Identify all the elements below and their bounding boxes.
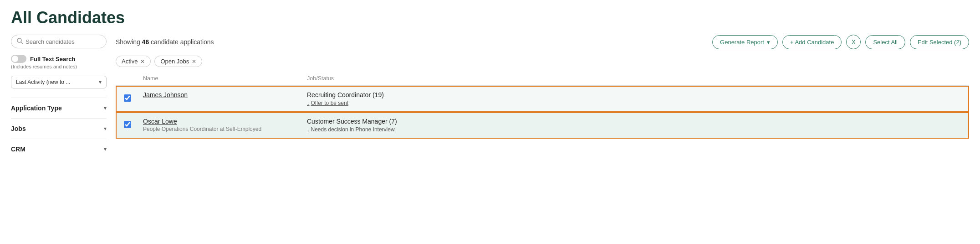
job-status-cell: Customer Success Manager (7)↓Needs decis…: [301, 112, 969, 139]
candidate-name-link[interactable]: James Johnson: [143, 91, 188, 99]
showing-count: 46: [142, 38, 149, 46]
add-candidate-button[interactable]: + Add Candidate: [782, 35, 842, 49]
job-status-cell: Recruiting Coordinator (19)↓Offer to be …: [301, 86, 969, 112]
showing-suffix: candidate applications: [149, 38, 214, 46]
sidebar-section-label: Jobs: [11, 125, 26, 132]
chevron-down-icon: ▾: [104, 105, 107, 111]
sidebar-item-application-type[interactable]: Application Type ▾: [11, 98, 107, 118]
toolbar-actions: Generate Report ▾ + Add Candidate X Sele…: [712, 35, 969, 49]
arrow-down-icon: ↓: [307, 100, 310, 106]
select-all-button[interactable]: Select All: [865, 35, 905, 49]
toggle-knob: [12, 56, 18, 62]
job-status-link[interactable]: ↓Offer to be sent: [307, 100, 964, 106]
search-input[interactable]: [26, 38, 101, 45]
filter-tag-open-jobs: Open Jobs ✕: [154, 56, 202, 67]
filter-tag-label: Active: [122, 58, 138, 65]
chevron-down-icon: ▾: [104, 125, 107, 132]
sidebar: Full Text Search (Includes resumes and n…: [11, 35, 116, 244]
checkbox-cell: [116, 86, 138, 112]
svg-line-1: [21, 42, 23, 44]
chevron-down-icon: ▾: [767, 39, 770, 46]
sidebar-item-jobs[interactable]: Jobs ▾: [11, 118, 107, 139]
toolbar: Showing 46 candidate applications Genera…: [116, 35, 969, 49]
filter-tag-active: Active ✕: [116, 56, 151, 67]
table-row: Oscar LowePeople Operations Coordinator …: [116, 112, 969, 139]
full-text-subtitle: (Includes resumes and notes): [11, 64, 107, 69]
content-area: Showing 46 candidate applications Genera…: [116, 35, 969, 244]
job-title: Customer Success Manager (7): [307, 118, 964, 125]
sidebar-section-label: Application Type: [11, 104, 62, 112]
page-title: All Candidates: [11, 8, 969, 27]
checkbox-col-header: [116, 72, 138, 86]
full-text-label: Full Text Search: [30, 56, 75, 62]
filter-tag-label: Open Jobs: [160, 58, 189, 65]
showing-prefix: Showing: [116, 38, 142, 46]
job-title: Recruiting Coordinator (19): [307, 91, 964, 99]
candidate-checkbox[interactable]: [124, 121, 131, 128]
sort-dropdown[interactable]: Last Activity (new to ... ▾: [11, 76, 107, 88]
arrow-down-icon: ↓: [307, 127, 310, 132]
name-cell: Oscar LowePeople Operations Coordinator …: [138, 112, 301, 139]
chevron-down-icon: ▾: [104, 146, 107, 152]
generate-report-label: Generate Report: [720, 39, 764, 46]
name-col-header: Name: [138, 72, 301, 86]
candidates-table: Name Job/Status James JohnsonRecruiting …: [116, 72, 969, 139]
remove-active-filter-button[interactable]: ✕: [140, 58, 145, 65]
edit-selected-label: Edit Selected (2): [918, 39, 961, 46]
candidate-subtitle: People Operations Coordinator at Self-Em…: [143, 126, 296, 132]
chevron-down-icon: ▾: [99, 79, 102, 85]
sort-label: Last Activity (new to ...: [16, 79, 70, 85]
sidebar-item-crm[interactable]: CRM ▾: [11, 139, 107, 159]
status-label: Needs decision in Phone Interview: [311, 126, 395, 133]
filter-tags: Active ✕ Open Jobs ✕: [116, 56, 969, 67]
candidate-name-link[interactable]: Oscar Lowe: [143, 118, 177, 125]
add-candidate-label: + Add Candidate: [790, 39, 834, 46]
remove-open-jobs-filter-button[interactable]: ✕: [192, 58, 196, 65]
job-status-col-header: Job/Status: [301, 72, 969, 86]
job-status-link[interactable]: ↓Needs decision in Phone Interview: [307, 126, 964, 133]
edit-selected-button[interactable]: Edit Selected (2): [910, 35, 969, 49]
full-text-section: Full Text Search (Includes resumes and n…: [11, 55, 107, 69]
x-icon: X: [852, 38, 856, 46]
select-all-label: Select All: [873, 39, 897, 46]
status-label: Offer to be sent: [311, 100, 349, 106]
showing-text: Showing 46 candidate applications: [116, 38, 214, 46]
candidate-checkbox[interactable]: [124, 94, 131, 102]
name-cell: James Johnson: [138, 86, 301, 112]
search-box[interactable]: [11, 35, 107, 48]
sidebar-section-label: CRM: [11, 145, 26, 153]
search-icon: [17, 38, 23, 45]
clear-button[interactable]: X: [846, 35, 861, 49]
checkbox-cell: [116, 112, 138, 139]
table-row: James JohnsonRecruiting Coordinator (19)…: [116, 86, 969, 112]
generate-report-button[interactable]: Generate Report ▾: [712, 35, 778, 49]
full-text-toggle[interactable]: [11, 55, 26, 63]
